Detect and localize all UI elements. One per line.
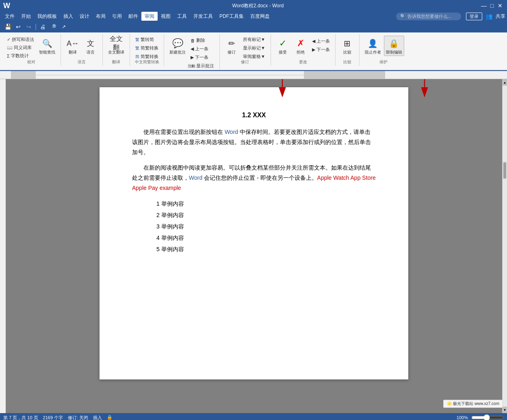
ribbon-group-language: A↔ 翻译 文 语言 语言: [61, 34, 103, 66]
fulltranslate-icon: 全文翻: [110, 37, 123, 50]
menu-baidupan[interactable]: 百度网盘: [247, 12, 273, 21]
page-info: 第 7 页，共 10 页: [3, 415, 38, 420]
para2-word-highlight: Word: [189, 174, 202, 181]
watermark: 🌟 极光下载站 www.xz7.com: [443, 400, 503, 408]
newcomment-icon: 💬: [171, 37, 184, 50]
doc-paragraph-1: 使用在需要位置出现的新按钮在 Word 中保存时间。若要更改图片适应文档的方式，…: [132, 127, 376, 158]
track-icon: ✏: [225, 37, 238, 50]
window-title: Word教程2.docx - Word: [36, 2, 480, 9]
menu-insert[interactable]: 插入: [60, 12, 76, 21]
blockauthor-button[interactable]: 👤 阻止作者: [363, 36, 383, 56]
compare-group-label: 比较: [336, 59, 359, 65]
simp-to-trad-button[interactable]: 繁 简繁转换: [133, 44, 160, 52]
menu-mailing[interactable]: 邮件: [125, 12, 141, 21]
apple-watch-text: Apple Watch: [317, 174, 349, 181]
smartfind-button[interactable]: 🔍 智能查找: [37, 36, 57, 56]
document-scroll-area[interactable]: 1.2 XXX 使用在需要位置出现的新按钮在 Word 中保存时间。若要更改图片…: [6, 79, 502, 413]
menu-review[interactable]: 审阅: [141, 12, 158, 21]
redo-button[interactable]: ↪: [24, 22, 33, 31]
list-item-2: 2 举例内容: [156, 209, 376, 221]
nextchange-button[interactable]: ▶ 下一条: [310, 46, 332, 54]
zoom-slider[interactable]: [471, 415, 504, 420]
compare-button[interactable]: ⊞ 比较: [339, 36, 356, 56]
word-count: 2169 个字: [43, 415, 63, 420]
restrictediting-button[interactable]: 🔒 限制编辑: [384, 36, 404, 56]
ribbon-group-comments: 💬 新建批注 🗑 删除 ◀ 上一条 ▶: [164, 34, 220, 70]
ribbon-groups: ✓ 拼写和语法 📖 同义词库 Σ 字数统计: [2, 34, 505, 70]
translation-group-label: 翻译: [103, 59, 130, 65]
share-qat-button[interactable]: ↗: [59, 22, 68, 31]
print-button[interactable]: 🖨: [38, 22, 47, 31]
wordcount-icon: Σ: [7, 54, 10, 58]
undo-button[interactable]: ↩: [14, 22, 23, 31]
language-group-label: 语言: [61, 59, 102, 65]
document-heading: 1.2 XXX: [132, 112, 376, 119]
wordcount-button[interactable]: Σ 字数统计: [5, 52, 36, 60]
thesaurus-button[interactable]: 📖 同义词库: [5, 44, 36, 52]
login-button[interactable]: 登录: [466, 13, 482, 20]
menu-pdftool[interactable]: PDF工具集: [216, 12, 247, 21]
ribbon: ✓ 拼写和语法 📖 同义词库 Σ 字数统计: [0, 32, 507, 70]
fulltranslate-label: 全文翻译: [108, 50, 124, 55]
smartfind-icon: 🔍: [41, 37, 54, 50]
translate-icon: A↔: [66, 37, 79, 50]
menu-view[interactable]: 视图: [158, 12, 174, 21]
document-page: 1.2 XXX 使用在需要位置出现的新按钮在 Word 中保存时间。若要更改图片…: [100, 87, 408, 379]
menu-tools[interactable]: 工具: [174, 12, 190, 21]
nextcomment-button[interactable]: ▶ 下一条: [188, 54, 216, 61]
translate-button[interactable]: A↔ 翻译: [64, 36, 81, 56]
prev-icon: ◀: [191, 46, 194, 52]
para2-text-mid: 会记住您的停止位置 - 即使在另一个设备上。: [202, 174, 317, 181]
menu-developer[interactable]: 开发工具: [190, 12, 216, 21]
vertical-ruler: [0, 79, 6, 413]
menu-references[interactable]: 引用: [109, 12, 125, 21]
close-button[interactable]: ✕: [496, 2, 504, 9]
ribbon-group-tracking: ✏ 修订 所有标记▼ 显示标记▼ 审阅窗格▼: [220, 34, 271, 66]
scrollbar-vertical[interactable]: ▲ ▼: [502, 79, 507, 413]
delete-icon: 🗑: [191, 38, 195, 43]
status-left: 第 7 页，共 10 页 2169 个字 修订: 关闭 插入 🔒: [3, 415, 113, 420]
spell-grammar-button[interactable]: ✓ 拼写和语法: [5, 36, 36, 43]
menu-home[interactable]: 开始: [18, 12, 34, 21]
reject-button[interactable]: ✗ 拒绝: [292, 36, 309, 56]
tracking-group-label: 修订: [220, 59, 271, 65]
language-button[interactable]: 文 语言: [82, 36, 99, 56]
list-item-1: 1 举例内容: [156, 198, 376, 209]
share-icon: 👥: [485, 13, 492, 19]
spell-icon: ✓: [7, 37, 11, 42]
compare-icon: ⊞: [341, 37, 354, 50]
svg-rect-2: [304, 71, 385, 79]
trad-to-simp-button[interactable]: 繁 繁转简: [133, 36, 160, 43]
para1-word-highlight: Word: [225, 129, 238, 135]
ribbon-group-proofing: ✓ 拼写和语法 📖 同义词库 Σ 字数统计: [2, 34, 61, 66]
protect-group-label: 保护: [360, 59, 407, 65]
accept-button[interactable]: ✓ 接受: [274, 36, 291, 56]
deletecomment-button[interactable]: 🗑 删除: [188, 37, 216, 44]
proofing-buttons: ✓ 拼写和语法 📖 同义词库 Σ 字数统计: [5, 36, 57, 60]
prevchange-button[interactable]: ◀ 上一条: [310, 37, 332, 45]
ruler-container: [0, 71, 507, 79]
menu-layout[interactable]: 布局: [93, 12, 109, 21]
restore-button[interactable]: □: [488, 2, 496, 9]
title-bar: W Word教程2.docx - Word — □ ✕: [0, 0, 507, 11]
track-button[interactable]: ✏ 修订: [223, 36, 240, 56]
fulltranslate-button[interactable]: 全文翻 全文翻译: [106, 36, 126, 56]
language-label: 语言: [87, 50, 95, 55]
list-item-3: 3 举例内容: [156, 221, 376, 232]
menu-design[interactable]: 设计: [76, 12, 93, 21]
menu-mytemplate[interactable]: 我的模板: [34, 12, 60, 21]
allmarkup-button[interactable]: 所有标记▼: [241, 36, 267, 43]
translate-label: 翻译: [69, 50, 77, 55]
ribbon-group-changes: ✓ 接受 ✗ 拒绝 ◀ 上一条 ▶ 下一条: [271, 34, 336, 66]
prevcomment-button[interactable]: ◀ 上一条: [188, 45, 216, 53]
example-text: example: [160, 185, 181, 191]
quick-access-toolbar: 💾 ↩ ↪ | 🖨 🔎 ↗: [0, 21, 507, 32]
doc-list: 1 举例内容 2 举例内容 3 举例内容 4 举例内容 5 举例内容: [156, 198, 376, 255]
search-qat-button[interactable]: 🔎: [49, 22, 58, 31]
save-button[interactable]: 💾: [3, 22, 12, 31]
menu-file[interactable]: 文件: [2, 12, 18, 21]
minimize-button[interactable]: —: [480, 2, 488, 9]
showmarkup-button[interactable]: 显示标记▼: [241, 44, 267, 52]
newcomment-button[interactable]: 💬 新建批注: [167, 36, 188, 56]
search-bar[interactable]: 🔍 告诉我您想要做什么...: [396, 13, 461, 20]
